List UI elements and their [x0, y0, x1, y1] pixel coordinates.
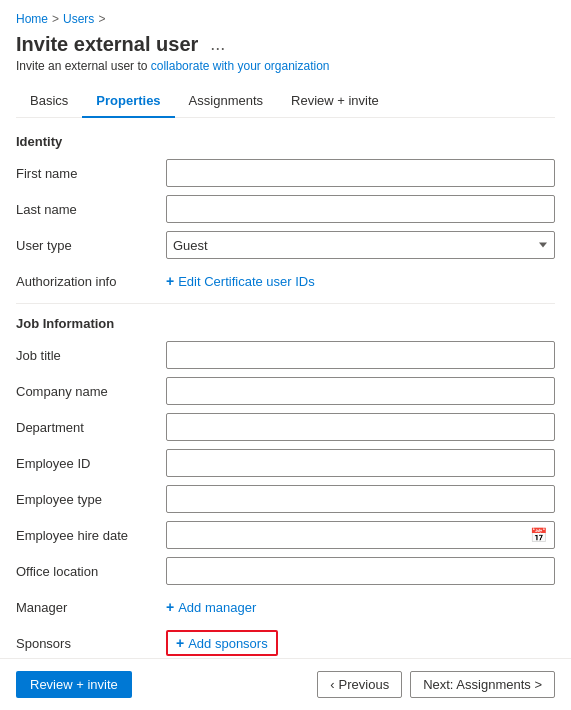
- last-name-label: Last name: [16, 202, 166, 217]
- company-name-input[interactable]: [166, 377, 555, 405]
- next-label: Next: Assignments >: [423, 677, 542, 692]
- office-location-input[interactable]: [166, 557, 555, 585]
- user-type-select[interactable]: Guest Member: [166, 231, 555, 259]
- bottom-bar: Review + invite ‹ Previous Next: Assignm…: [0, 658, 571, 710]
- last-name-row: Last name: [16, 195, 555, 223]
- employee-type-row: Employee type: [16, 485, 555, 513]
- employee-type-input[interactable]: [166, 485, 555, 513]
- employee-id-label: Employee ID: [16, 456, 166, 471]
- first-name-label: First name: [16, 166, 166, 181]
- department-label: Department: [16, 420, 166, 435]
- department-input[interactable]: [166, 413, 555, 441]
- chevron-left-icon: ‹: [330, 677, 334, 692]
- employee-hire-date-input[interactable]: [166, 521, 555, 549]
- identity-divider: [16, 303, 555, 304]
- breadcrumb-users[interactable]: Users: [63, 12, 94, 26]
- edit-certificate-link[interactable]: + Edit Certificate user IDs: [166, 273, 315, 289]
- identity-section: Identity First name Last name User type …: [16, 134, 555, 295]
- employee-type-label: Employee type: [16, 492, 166, 507]
- job-title-row: Job title: [16, 341, 555, 369]
- sponsors-row: Sponsors + Add sponsors: [16, 629, 555, 657]
- page-subtitle: Invite an external user to collaborate w…: [16, 59, 555, 73]
- previous-button[interactable]: ‹ Previous: [317, 671, 402, 698]
- review-invite-button[interactable]: Review + invite: [16, 671, 132, 698]
- job-section: Job Information Job title Company name D…: [16, 316, 555, 657]
- company-name-row: Company name: [16, 377, 555, 405]
- add-manager-button[interactable]: + Add manager: [166, 599, 256, 615]
- page-title-row: Invite external user ...: [16, 32, 555, 57]
- auth-info-link-text: Edit Certificate user IDs: [178, 274, 315, 289]
- nav-button-group: ‹ Previous Next: Assignments >: [317, 671, 555, 698]
- user-type-label: User type: [16, 238, 166, 253]
- first-name-input[interactable]: [166, 159, 555, 187]
- previous-label: Previous: [339, 677, 390, 692]
- tabs-bar: Basics Properties Assignments Review + i…: [16, 85, 555, 118]
- breadcrumb-home[interactable]: Home: [16, 12, 48, 26]
- company-name-label: Company name: [16, 384, 166, 399]
- page-title: Invite external user: [16, 33, 198, 56]
- auth-info-label: Authorization info: [16, 274, 166, 289]
- first-name-row: First name: [16, 159, 555, 187]
- job-title-input[interactable]: [166, 341, 555, 369]
- tab-review[interactable]: Review + invite: [277, 85, 393, 118]
- employee-id-input[interactable]: [166, 449, 555, 477]
- tab-properties[interactable]: Properties: [82, 85, 174, 118]
- breadcrumb: Home > Users >: [16, 12, 555, 26]
- manager-label: Manager: [16, 600, 166, 615]
- last-name-input[interactable]: [166, 195, 555, 223]
- tab-assignments[interactable]: Assignments: [175, 85, 277, 118]
- ellipsis-button[interactable]: ...: [206, 32, 229, 57]
- user-type-select-wrapper: Guest Member: [166, 231, 555, 259]
- employee-id-row: Employee ID: [16, 449, 555, 477]
- job-title-label: Job title: [16, 348, 166, 363]
- plus-icon: +: [166, 273, 174, 289]
- subtitle-link[interactable]: collaborate with your organization: [151, 59, 330, 73]
- tab-basics[interactable]: Basics: [16, 85, 82, 118]
- subtitle-text-prefix: Invite an external user to: [16, 59, 151, 73]
- add-manager-text: Add manager: [178, 600, 256, 615]
- identity-header: Identity: [16, 134, 555, 149]
- employee-hire-date-row: Employee hire date 📅: [16, 521, 555, 549]
- manager-row: Manager + Add manager: [16, 593, 555, 621]
- user-type-row: User type Guest Member: [16, 231, 555, 259]
- employee-hire-date-label: Employee hire date: [16, 528, 166, 543]
- auth-info-row: Authorization info + Edit Certificate us…: [16, 267, 555, 295]
- department-row: Department: [16, 413, 555, 441]
- office-location-label: Office location: [16, 564, 166, 579]
- office-location-row: Office location: [16, 557, 555, 585]
- add-sponsors-text: Add sponsors: [188, 636, 268, 651]
- add-sponsors-button[interactable]: + Add sponsors: [166, 630, 278, 656]
- sponsors-label: Sponsors: [16, 636, 166, 651]
- next-assignments-button[interactable]: Next: Assignments >: [410, 671, 555, 698]
- job-header: Job Information: [16, 316, 555, 331]
- add-sponsors-plus-icon: +: [176, 635, 184, 651]
- add-manager-plus-icon: +: [166, 599, 174, 615]
